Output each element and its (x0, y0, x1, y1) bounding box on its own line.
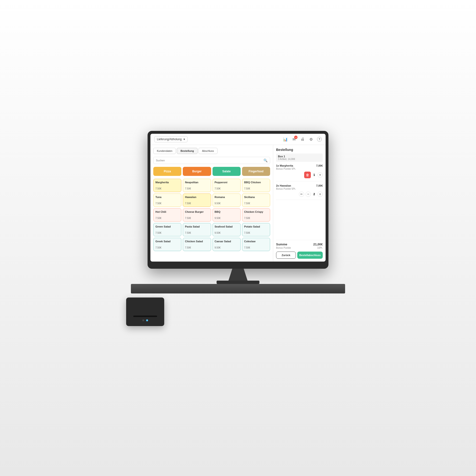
summe-row: Summe 21,00€ (276, 242, 323, 246)
summe-amount: 21,00€ (313, 242, 323, 246)
margherita-delete-btn[interactable]: 🗑 (304, 171, 311, 178)
hawaiian-plus-btn[interactable]: + (318, 192, 323, 197)
product-name: Greek Salad (155, 240, 179, 243)
product-card[interactable]: Pasta Salad7.50€ (183, 223, 211, 236)
product-name: Caesar Salad (215, 240, 238, 243)
product-card[interactable]: Greek Salad7.50€ (153, 238, 181, 251)
product-price: 9.50€ (215, 246, 238, 249)
product-price: 7.50€ (185, 187, 209, 190)
order-item-hawaiian-name: 2x Hawaiian (276, 184, 291, 187)
product-name: Cheese Burger (185, 210, 209, 213)
product-card[interactable]: Potato Salad7.50€ (242, 223, 270, 236)
search-box: 🔍 (153, 157, 270, 164)
product-price: 7.50€ (244, 217, 268, 220)
product-card[interactable]: Hot Chili7.50€ (153, 208, 181, 221)
hawaiian-minus-btn[interactable]: − (306, 192, 311, 197)
product-card[interactable]: Pepperoni7.50€ (213, 179, 241, 192)
chart-icon[interactable]: 📊 (283, 136, 288, 142)
product-price: 7.50€ (244, 187, 268, 190)
monitor-base (217, 281, 259, 284)
product-name: Seafood Salad (215, 225, 238, 228)
tab-kundendaten[interactable]: Kundendaten (153, 148, 176, 154)
product-card[interactable]: Coleslaw7.50€ (242, 238, 270, 251)
products-grid: Margherita7.50€Neapolitan7.50€Pepperoni7… (153, 179, 270, 251)
product-name: BBQ (215, 210, 238, 213)
delivery-select[interactable]: Lieferung/Abholung ▾ (154, 136, 187, 142)
product-name: Romana (215, 196, 238, 199)
footer-bonus-label: Bonus Punkte (276, 247, 291, 249)
order-box-sub: 3 Artikel, 14,00€ (278, 158, 321, 160)
product-price: 7.50€ (185, 217, 209, 220)
order-footer: Summe 21,00€ Bonus Punkte 10Pt. Zurück B… (276, 240, 323, 259)
order-item-hawaiian-price: 7,00€ (316, 184, 323, 187)
help-icon[interactable]: ? (317, 137, 322, 142)
product-price: 7.50€ (155, 232, 179, 234)
footer-bonus-pts: 10Pt. (317, 247, 323, 249)
product-card[interactable]: Cheese Burger7.50€ (183, 208, 211, 221)
product-name: Hot Chili (155, 210, 179, 213)
bestellabschluss-button[interactable]: Bestellabschluss (297, 252, 323, 259)
margherita-plus-btn[interactable]: + (318, 172, 323, 178)
search-input[interactable] (156, 159, 262, 162)
printer-lights (142, 319, 148, 321)
mail-icon[interactable]: ✉ 28 (291, 136, 297, 142)
category-pizza[interactable]: Pizza (153, 167, 181, 176)
product-card[interactable]: Caesar Salad9.50€ (213, 238, 241, 251)
monitor: Lieferung/Abholung ▾ 📊 ✉ 28 🖨 ⚙ ? (148, 131, 328, 269)
product-name: Chicken Crispy (244, 210, 268, 213)
footer-buttons: Zurück Bestellabschluss (276, 252, 323, 259)
printer-light-2 (146, 319, 148, 321)
product-card[interactable]: Chicken Salad7.50€ (183, 238, 211, 251)
product-card[interactable]: Chicken Crispy7.50€ (242, 208, 270, 221)
product-card[interactable]: Seafood Salad9.50€ (213, 223, 241, 236)
printer-slot (133, 316, 157, 317)
product-card[interactable]: Romana9.50€ (213, 193, 241, 207)
summe-label: Summe (276, 242, 287, 246)
order-item-margherita-bonus: Bonus Punkte 5Pt. (276, 168, 323, 170)
zuruck-button[interactable]: Zurück (276, 252, 296, 259)
mail-badge: 28 (294, 136, 298, 139)
product-price: 7.50€ (155, 202, 179, 205)
category-salate[interactable]: Salate (213, 167, 241, 176)
category-burger[interactable]: Burger (183, 167, 211, 176)
print-icon[interactable]: 🖨 (300, 136, 305, 142)
product-name: Siciliana (244, 196, 268, 199)
product-card[interactable]: BBQ9.50€ (213, 208, 241, 221)
product-price: 7.50€ (244, 202, 268, 205)
product-price: 9.50€ (215, 232, 238, 234)
order-item-margherita-header: 1x Margherita 7,00€ (276, 164, 323, 167)
product-card[interactable]: Neapolitan7.50€ (183, 179, 211, 192)
chevron-down-icon: ▾ (184, 137, 185, 141)
order-item-margherita: 1x Margherita 7,00€ Bonus Punkte 5Pt. 🗑 … (276, 164, 323, 181)
margherita-qty-num: 1 (312, 173, 316, 177)
tabs: Kundendaten Bestellung Abschluss (153, 148, 270, 154)
product-name: BBQ Chicken (244, 181, 268, 184)
settings-icon[interactable]: ⚙ (308, 136, 314, 142)
product-name: Chicken Salad (185, 240, 209, 243)
product-price: 7.50€ (244, 232, 268, 234)
product-price: 7.50€ (155, 246, 179, 249)
app: Lieferung/Abholung ▾ 📊 ✉ 28 🖨 ⚙ ? (151, 134, 325, 262)
order-item-margherita-name: 1x Margherita (276, 164, 293, 167)
order-items: 1x Margherita 7,00€ Bonus Punkte 5Pt. 🗑 … (276, 164, 323, 240)
tab-abschluss[interactable]: Abschluss (199, 148, 218, 154)
margherita-qty-controls: 🗑 1 + (276, 171, 323, 178)
category-fingerfood[interactable]: Fingerfood (242, 167, 270, 176)
product-card[interactable]: BBQ Chicken7.50€ (242, 179, 270, 192)
product-card[interactable]: Tuna7.50€ (153, 193, 181, 207)
product-card[interactable]: Hawaiian7.50€ (183, 193, 211, 207)
order-item-hawaiian: 2x Hawaiian 7,00€ Bonus Punkte 5Pt. ✏ − … (276, 184, 323, 200)
product-price: 7.50€ (185, 246, 209, 249)
product-price: 9.50€ (215, 202, 238, 205)
product-card[interactable]: Margherita7.50€ (153, 179, 181, 192)
order-item-hawaiian-pts: 5Pt. (291, 187, 296, 190)
product-card[interactable]: Siciliana7.50€ (242, 193, 270, 207)
search-icon: 🔍 (263, 158, 268, 162)
product-card[interactable]: Green Salad7.50€ (153, 223, 181, 236)
product-name: Green Salad (155, 225, 179, 228)
product-name: Tuna (155, 196, 179, 199)
product-name: Coleslaw (244, 240, 268, 243)
hawaiian-edit-btn[interactable]: ✏ (299, 192, 304, 197)
header-icons: 📊 ✉ 28 🖨 ⚙ ? (283, 136, 322, 142)
tab-bestellung[interactable]: Bestellung (177, 148, 197, 154)
